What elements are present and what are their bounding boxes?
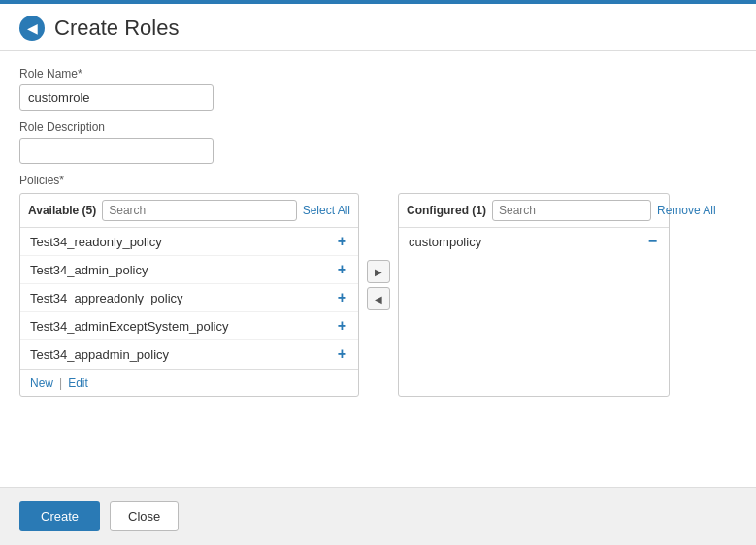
available-panel-header: Available (5) Select All xyxy=(20,194,358,228)
back-icon: ◀ xyxy=(27,20,38,36)
policy-name: Test34_admin_policy xyxy=(30,263,148,277)
role-description-input[interactable] xyxy=(19,138,214,164)
available-policy-list: Test34_readonly_policy + Test34_admin_po… xyxy=(20,228,358,369)
available-panel-footer: New | Edit xyxy=(20,369,358,396)
role-name-label: Role Name* xyxy=(19,67,737,80)
policy-name: Test34_appadmin_policy xyxy=(30,347,169,362)
available-search-input[interactable] xyxy=(102,200,296,221)
list-item: Test34_readonly_policy + xyxy=(20,228,358,256)
configured-policy-list: custompolicy − xyxy=(399,228,669,396)
page-title: Create Roles xyxy=(54,16,179,41)
role-description-label: Role Description xyxy=(19,120,737,134)
move-right-button[interactable]: ▶ xyxy=(367,260,390,283)
policy-name: Test34_readonly_policy xyxy=(30,235,162,249)
available-panel-title: Available (5) xyxy=(28,204,96,217)
remove-policy-button[interactable]: − xyxy=(646,234,659,249)
form-area: Role Name* Role Description Policies* Av… xyxy=(0,51,756,406)
list-item: Test34_admin_policy + xyxy=(20,256,358,284)
policy-name: custompolicy xyxy=(409,235,481,249)
configured-panel: Configured (1) Remove All custompolicy − xyxy=(398,193,670,397)
new-policy-link[interactable]: New xyxy=(30,376,53,390)
left-arrow-icon: ◀ xyxy=(375,294,382,305)
edit-policy-link[interactable]: Edit xyxy=(68,376,88,390)
list-item: custompolicy − xyxy=(399,228,669,255)
add-policy-button[interactable]: + xyxy=(336,346,348,362)
footer-separator: | xyxy=(59,376,62,390)
configured-panel-title: Configured (1) xyxy=(407,204,486,217)
role-name-input[interactable] xyxy=(19,84,214,111)
role-name-field-group: Role Name* xyxy=(19,67,737,111)
transfer-buttons: ▶ ◀ xyxy=(367,260,390,310)
configured-panel-header: Configured (1) Remove All xyxy=(399,194,669,228)
list-item: Test34_appadmin_policy + xyxy=(20,340,358,368)
list-item: Test34_adminExceptSystem_policy + xyxy=(20,312,358,340)
right-arrow-icon: ▶ xyxy=(375,267,382,277)
policy-name: Test34_adminExceptSystem_policy xyxy=(30,319,229,334)
bottom-bar: Create Close xyxy=(0,487,756,545)
policy-name: Test34_appreadonly_policy xyxy=(30,291,183,305)
policies-label: Policies* xyxy=(19,174,737,187)
back-button[interactable]: ◀ xyxy=(19,16,45,41)
page-header: ◀ Create Roles xyxy=(0,4,756,51)
add-policy-button[interactable]: + xyxy=(336,234,348,249)
available-panel: Available (5) Select All Test34_readonly… xyxy=(19,193,359,397)
remove-all-button[interactable]: Remove All xyxy=(657,204,716,217)
move-left-button[interactable]: ◀ xyxy=(367,287,390,310)
add-policy-button[interactable]: + xyxy=(336,290,348,305)
close-button[interactable]: Close xyxy=(110,501,179,531)
create-button[interactable]: Create xyxy=(19,501,100,531)
policies-row: Available (5) Select All Test34_readonly… xyxy=(19,193,737,397)
role-description-field-group: Role Description xyxy=(19,120,737,164)
add-policy-button[interactable]: + xyxy=(336,262,348,277)
select-all-button[interactable]: Select All xyxy=(303,204,350,217)
configured-search-input[interactable] xyxy=(492,200,651,221)
list-item: Test34_appreadonly_policy + xyxy=(20,284,358,312)
add-policy-button[interactable]: + xyxy=(336,318,348,334)
